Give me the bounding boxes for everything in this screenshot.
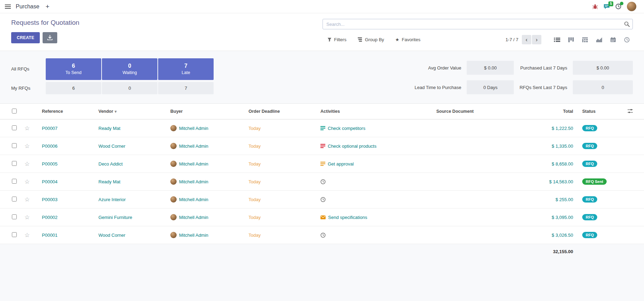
pager-next-button[interactable]: ›	[532, 35, 541, 44]
activity-cell[interactable]: Check competitors	[320, 126, 431, 131]
buyer-link[interactable]: Mitchell Admin	[179, 233, 208, 238]
buyer-link[interactable]: Mitchell Admin	[179, 197, 208, 202]
activity-cell[interactable]	[320, 197, 431, 202]
favorite-star-icon[interactable]: ☆	[24, 196, 30, 203]
user-avatar[interactable]	[627, 2, 636, 11]
header-order-deadline[interactable]: Order Deadline	[246, 104, 318, 119]
stat-label-rfqs-sent: RFQs Sent Last 7 Days	[519, 85, 567, 90]
buyer-link[interactable]: Mitchell Admin	[179, 179, 208, 184]
row-checkbox[interactable]	[12, 161, 17, 166]
header-total[interactable]: Total	[519, 104, 579, 119]
reference-link[interactable]: P00003	[42, 197, 58, 202]
list-icon	[554, 37, 560, 42]
buyer-link[interactable]: Mitchell Admin	[179, 144, 208, 149]
reference-link[interactable]: P00004	[42, 179, 58, 184]
tile-to-send[interactable]: 6 To Send	[46, 58, 101, 80]
reference-link[interactable]: P00007	[42, 126, 58, 131]
header-reference[interactable]: Reference	[39, 104, 96, 119]
table-row[interactable]: ☆ P00001 Wood Corner Mitchell Admin Toda…	[0, 226, 644, 244]
activity-cell[interactable]: Send specifications	[320, 215, 431, 220]
table-row[interactable]: ☆ P00004 Ready Mat Mitchell Admin Today …	[0, 173, 644, 191]
favorite-star-icon[interactable]: ☆	[24, 178, 30, 185]
tile-waiting[interactable]: 0 Waiting	[102, 58, 157, 80]
search-input[interactable]	[323, 19, 633, 29]
row-checkbox[interactable]	[12, 125, 17, 130]
header-status[interactable]: Status	[579, 104, 625, 119]
table-row[interactable]: ☆ P00007 Ready Mat Mitchell Admin Today …	[0, 119, 644, 137]
buyer-link[interactable]: Mitchell Admin	[179, 215, 208, 220]
activities-clock-icon[interactable]	[615, 3, 621, 9]
my-tile-late[interactable]: 7	[158, 82, 214, 94]
favorite-star-icon[interactable]: ☆	[24, 161, 30, 167]
debug-bug-icon[interactable]	[592, 4, 598, 9]
favorite-star-icon[interactable]: ☆	[24, 232, 30, 238]
buyer-avatar	[170, 161, 177, 167]
row-checkbox[interactable]	[12, 197, 17, 201]
plus-icon[interactable]: +	[44, 3, 51, 10]
app-name-purchase[interactable]: Purchase	[16, 3, 39, 10]
row-checkbox[interactable]	[12, 214, 17, 219]
export-button[interactable]	[43, 32, 57, 43]
top-navbar: Purchase + 5	[0, 0, 644, 13]
graph-view-button[interactable]	[593, 35, 605, 44]
apps-menu-button[interactable]	[5, 3, 11, 10]
vendor-link[interactable]: Azure Interior	[98, 197, 126, 202]
group-by-button[interactable]: Group By	[357, 37, 384, 42]
calendar-view-button[interactable]	[607, 35, 619, 44]
header-source-document[interactable]: Source Document	[434, 104, 519, 119]
table-row[interactable]: ☆ P00003 Azure Interior Mitchell Admin T…	[0, 191, 644, 208]
messages-icon[interactable]: 5	[604, 4, 610, 9]
dashboard-view-button[interactable]	[621, 35, 633, 44]
reference-link[interactable]: P00002	[42, 215, 58, 220]
list-view-button[interactable]	[551, 35, 563, 44]
table-row[interactable]: ☆ P00005 Deco Addict Mitchell Admin Toda…	[0, 155, 644, 173]
sort-caret-icon: ▾	[114, 109, 117, 113]
search-icon[interactable]	[624, 21, 630, 28]
buyer-link[interactable]: Mitchell Admin	[179, 126, 208, 131]
order-deadline-value: Today	[249, 233, 261, 238]
reference-link[interactable]: P00001	[42, 233, 58, 238]
vendor-link[interactable]: Wood Corner	[98, 144, 125, 149]
table-row[interactable]: ☆ P00006 Wood Corner Mitchell Admin Toda…	[0, 137, 644, 155]
header-vendor[interactable]: Vendor▾	[96, 104, 168, 119]
filters-button[interactable]: Filters	[327, 37, 346, 42]
pivot-view-button[interactable]	[579, 35, 591, 44]
funnel-icon	[327, 37, 332, 42]
vendor-link[interactable]: Ready Mat	[98, 179, 120, 184]
row-checkbox[interactable]	[12, 143, 17, 148]
tile-late[interactable]: 7 Late	[158, 58, 214, 80]
order-deadline-value: Today	[249, 126, 261, 131]
favorites-button[interactable]: ★ Favorites	[395, 37, 420, 42]
activity-cell[interactable]	[320, 179, 431, 184]
vendor-link[interactable]: Deco Addict	[98, 161, 123, 167]
activity-cell[interactable]: Check optional products	[320, 144, 431, 149]
kanban-view-button[interactable]	[565, 35, 577, 44]
header-buyer[interactable]: Buyer	[168, 104, 246, 119]
vendor-link[interactable]: Ready Mat	[98, 126, 120, 131]
favorite-star-icon[interactable]: ☆	[24, 214, 30, 221]
pager-previous-button[interactable]: ‹	[522, 35, 531, 44]
optional-columns-button[interactable]	[625, 104, 644, 119]
favorite-star-icon[interactable]: ☆	[24, 125, 30, 132]
buyer-link[interactable]: Mitchell Admin	[179, 161, 208, 167]
my-tile-waiting[interactable]: 0	[102, 82, 157, 94]
vendor-link[interactable]: Gemini Furniture	[98, 215, 132, 220]
favorite-star-icon[interactable]: ☆	[24, 143, 30, 149]
header-activities[interactable]: Activities	[318, 104, 434, 119]
reference-link[interactable]: P00006	[42, 144, 58, 149]
create-button[interactable]: CREATE	[11, 32, 40, 43]
my-rfqs-label: My RFQs	[11, 86, 45, 91]
row-checkbox[interactable]	[12, 232, 17, 237]
total-amount: $ 8,658.00	[552, 161, 573, 167]
my-tile-to-send[interactable]: 6	[46, 82, 101, 94]
buyer-avatar	[170, 196, 177, 203]
row-checkbox[interactable]	[12, 179, 17, 184]
pivot-icon	[582, 37, 588, 42]
status-badge: RFQ	[582, 196, 597, 203]
vendor-link[interactable]: Wood Corner	[98, 233, 125, 238]
activity-cell[interactable]	[320, 233, 431, 238]
select-all-checkbox[interactable]	[12, 109, 17, 113]
reference-link[interactable]: P00005	[42, 161, 58, 167]
activity-cell[interactable]: Get approval	[320, 161, 431, 167]
table-row[interactable]: ☆ P00002 Gemini Furniture Mitchell Admin…	[0, 208, 644, 226]
